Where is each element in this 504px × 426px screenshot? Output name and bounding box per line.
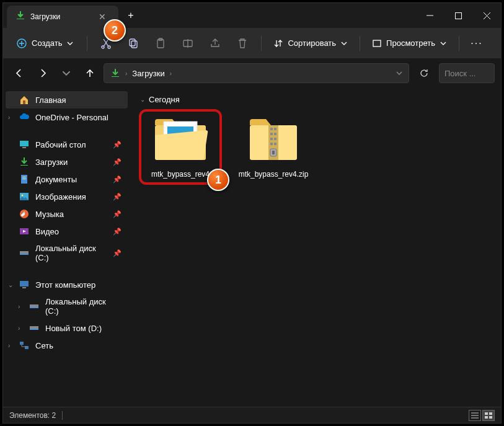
rename-button[interactable] xyxy=(175,32,200,55)
download-icon xyxy=(110,68,120,78)
search-input[interactable]: Поиск ... xyxy=(439,63,495,83)
chevron-right-icon: › xyxy=(8,342,10,349)
window-controls xyxy=(415,3,501,28)
create-label: Создать xyxy=(32,38,62,48)
svg-rect-46 xyxy=(485,416,488,419)
svg-rect-5 xyxy=(131,41,137,48)
view-button[interactable]: Просмотреть xyxy=(366,35,453,51)
sidebar-item-music[interactable]: Музыка📌 xyxy=(6,205,128,223)
sidebar-item-desktop[interactable]: Рабочий стол📌 xyxy=(6,136,128,153)
sidebar-item-pictures[interactable]: Изображения📌 xyxy=(6,188,128,205)
create-button[interactable]: Создать xyxy=(9,35,81,52)
copy-button[interactable] xyxy=(121,32,146,55)
close-button[interactable] xyxy=(472,3,501,28)
back-button[interactable] xyxy=(9,63,29,83)
breadcrumb-downloads[interactable]: Загрузки xyxy=(132,69,164,78)
plus-circle-icon xyxy=(17,38,27,48)
pc-icon xyxy=(19,280,29,290)
download-icon xyxy=(19,157,29,167)
details-view-button[interactable] xyxy=(469,410,481,421)
pin-icon: 📌 xyxy=(113,210,122,218)
recent-dd[interactable] xyxy=(56,63,76,83)
chevron-down-icon: ⌄ xyxy=(8,282,13,288)
chevron-down-icon: ⌄ xyxy=(140,96,145,103)
sort-button[interactable]: Сортировать xyxy=(268,35,353,51)
videos-icon xyxy=(19,226,29,236)
sidebar-item-documents[interactable]: Документы📌 xyxy=(6,171,128,188)
sidebar-item-home[interactable]: Главная xyxy=(6,91,128,109)
chevron-down-icon[interactable] xyxy=(396,69,402,78)
home-icon xyxy=(19,95,29,105)
sidebar-item-localc[interactable]: Локальный диск (C:)📌 xyxy=(6,240,128,266)
network-icon xyxy=(19,340,29,350)
svg-rect-9 xyxy=(373,40,381,47)
pin-icon: 📌 xyxy=(113,141,122,149)
paste-button[interactable] xyxy=(148,32,173,55)
refresh-button[interactable] xyxy=(413,63,435,83)
svg-rect-37 xyxy=(274,133,276,135)
svg-rect-0 xyxy=(455,12,461,19)
sidebar-item-localc-sub[interactable]: › Локальный диск (C:) xyxy=(6,293,128,319)
desktop-icon xyxy=(19,140,29,149)
pin-icon: 📌 xyxy=(113,193,122,201)
sort-icon xyxy=(274,39,283,48)
svg-point-3 xyxy=(108,46,110,48)
pin-icon: 📌 xyxy=(113,158,122,166)
file-item-folder[interactable]: mtk_bypass_rev4 1 xyxy=(140,110,221,184)
documents-icon xyxy=(19,174,29,184)
delete-button[interactable] xyxy=(230,32,255,55)
file-item-zip[interactable]: mtk_bypass_rev4.zip xyxy=(233,110,314,184)
sidebar-item-onedrive[interactable]: › OneDrive - Personal xyxy=(6,109,128,126)
chevron-right-icon: › xyxy=(170,70,172,77)
music-icon xyxy=(19,209,29,219)
pictures-icon xyxy=(19,192,29,202)
content-area[interactable]: ⌄ Сегодня mtk_bypass_rev4 xyxy=(130,87,501,407)
chevron-right-icon: › xyxy=(18,303,20,310)
svg-rect-13 xyxy=(22,177,26,177)
more-button[interactable]: ··· xyxy=(466,38,488,49)
search-placeholder: Поиск ... xyxy=(444,69,475,78)
sidebar-item-videos[interactable]: Видео📌 xyxy=(6,223,128,240)
svg-rect-10 xyxy=(20,141,29,146)
chevron-down-icon xyxy=(440,40,446,47)
pin-icon: 📌 xyxy=(113,228,122,236)
view-icon xyxy=(373,39,381,48)
sidebar-item-downloads[interactable]: Загрузки📌 xyxy=(6,153,128,171)
svg-rect-43 xyxy=(272,151,275,154)
toolbar: Создать Сортировать Просмотреть ··· 2 xyxy=(3,28,501,59)
download-icon xyxy=(15,11,25,23)
drive-icon xyxy=(29,323,39,333)
navbar: › Загрузки › Поиск ... xyxy=(3,59,501,87)
chevron-right-icon: › xyxy=(18,325,20,332)
icons-view-button[interactable] xyxy=(482,410,495,421)
forward-button[interactable] xyxy=(33,63,53,83)
share-button[interactable] xyxy=(203,32,228,55)
svg-rect-35 xyxy=(274,128,276,130)
callout-1: 1 xyxy=(207,169,229,191)
pin-icon: 📌 xyxy=(113,175,122,184)
svg-rect-14 xyxy=(22,179,26,179)
statusbar: Элементов: 2 xyxy=(3,407,501,423)
up-button[interactable] xyxy=(80,63,100,83)
address-bar[interactable]: › Загрузки › xyxy=(104,63,409,83)
folder-icon xyxy=(149,115,211,165)
maximize-button[interactable] xyxy=(444,3,472,28)
chevron-right-icon: › xyxy=(8,114,10,121)
group-today[interactable]: ⌄ Сегодня xyxy=(140,95,491,104)
chevron-right-icon: › xyxy=(125,70,127,77)
tab-downloads[interactable]: Загрузки ✕ xyxy=(7,6,118,28)
sidebar-item-network[interactable]: › Сеть xyxy=(6,337,128,354)
svg-rect-4 xyxy=(130,39,135,46)
status-count: Элементов: 2 xyxy=(9,411,56,420)
sidebar: Главная › OneDrive - Personal Рабочий ст… xyxy=(3,87,130,407)
sidebar-item-newvol[interactable]: › Новый том (D:) xyxy=(6,319,128,337)
svg-rect-34 xyxy=(270,128,273,130)
svg-rect-36 xyxy=(270,133,273,135)
minimize-button[interactable] xyxy=(415,3,444,28)
svg-rect-41 xyxy=(274,143,276,145)
view-toggle xyxy=(469,410,495,421)
svg-rect-47 xyxy=(489,416,492,419)
svg-rect-38 xyxy=(270,138,273,140)
sidebar-item-thispc[interactable]: ⌄ Этот компьютер xyxy=(6,276,128,293)
zip-icon xyxy=(242,115,304,165)
